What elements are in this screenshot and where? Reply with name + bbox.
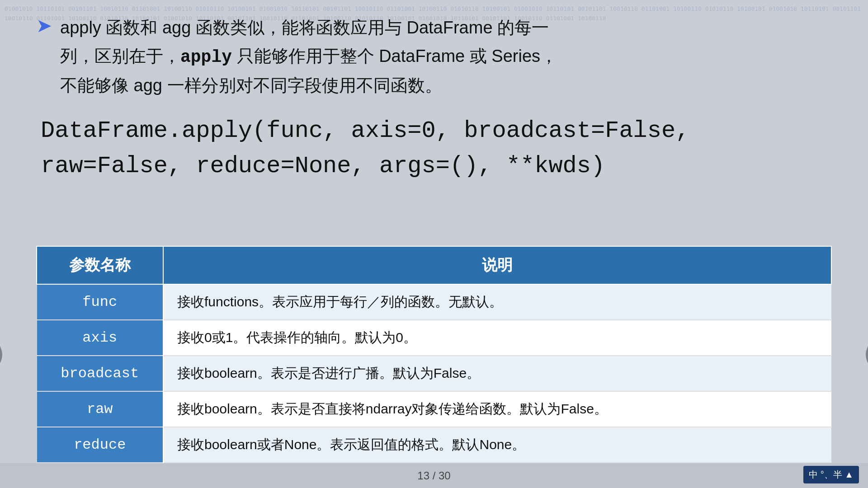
- intro-line2: 列，区别在于，apply 只能够作用于整个 DataFrame 或 Series…: [60, 47, 557, 66]
- intro-line1: apply 函数和 agg 函数类似，能将函数应用与 DataFrame 的每一: [60, 18, 549, 37]
- param-desc-reduce: 接收boolearn或者None。表示返回值的格式。默认None。: [163, 427, 831, 463]
- intro-line3: 不能够像 agg 一样分别对不同字段使用不同函数。: [60, 76, 442, 95]
- prev-slide-button[interactable]: ❮: [0, 338, 2, 371]
- param-name-raw: raw: [37, 391, 163, 427]
- table-row: axis 接收0或1。代表操作的轴向。默认为0。: [37, 320, 831, 356]
- page-indicator: 13 / 30: [417, 469, 450, 482]
- table-row: func 接收functions。表示应用于每行／列的函数。无默认。: [37, 284, 831, 320]
- param-desc-broadcast: 接收boolearn。表示是否进行广播。默认为False。: [163, 356, 831, 391]
- bottom-bar: 13 / 30 中 °、半 ▲: [0, 463, 868, 488]
- func-signature: DataFrame.apply(func, axis=0, broadcast=…: [36, 113, 832, 184]
- func-signature-line2: raw=False, reduce=None, args=(), **kwds): [41, 149, 832, 184]
- col-header-param: 参数名称: [37, 246, 163, 284]
- table-row: broadcast 接收boolearn。表示是否进行广播。默认为False。: [37, 356, 831, 391]
- table-body: func 接收functions。表示应用于每行／列的函数。无默认。 axis …: [37, 284, 831, 463]
- table-row: reduce 接收boolearn或者None。表示返回值的格式。默认None。: [37, 427, 831, 463]
- bullet-arrow-icon: ➤: [36, 14, 52, 37]
- next-slide-button[interactable]: ❯: [866, 338, 868, 371]
- param-name-reduce: reduce: [37, 427, 163, 463]
- param-name-func: func: [37, 284, 163, 320]
- intro-block: ➤ apply 函数和 agg 函数类似，能将函数应用与 DataFrame 的…: [36, 14, 832, 100]
- param-desc-raw: 接收boolearn。表示是否直接将ndarray对象传递给函数。默认为Fals…: [163, 391, 831, 427]
- func-signature-line1: DataFrame.apply(func, axis=0, broadcast=…: [41, 113, 832, 149]
- param-name-broadcast: broadcast: [37, 356, 163, 391]
- params-table: 参数名称 说明 func 接收functions。表示应用于每行／列的函数。无默…: [36, 246, 832, 463]
- col-header-desc: 说明: [163, 246, 831, 284]
- table-row: raw 接收boolearn。表示是否直接将ndarray对象传递给函数。默认为…: [37, 391, 831, 427]
- toolbar-label: 中 °、半 ▲: [809, 469, 854, 481]
- bottom-toolbar: 中 °、半 ▲: [803, 466, 859, 483]
- intro-text: apply 函数和 agg 函数类似，能将函数应用与 DataFrame 的每一…: [60, 14, 557, 100]
- table-header: 参数名称 说明: [37, 246, 831, 284]
- param-name-axis: axis: [37, 320, 163, 356]
- table-nav-container: ❮ 参数名称 说明 func 接收functions。表示应用于每行／列的函数。…: [0, 246, 868, 463]
- param-desc-func: 接收functions。表示应用于每行／列的函数。无默认。: [163, 284, 831, 320]
- param-desc-axis: 接收0或1。代表操作的轴向。默认为0。: [163, 320, 831, 356]
